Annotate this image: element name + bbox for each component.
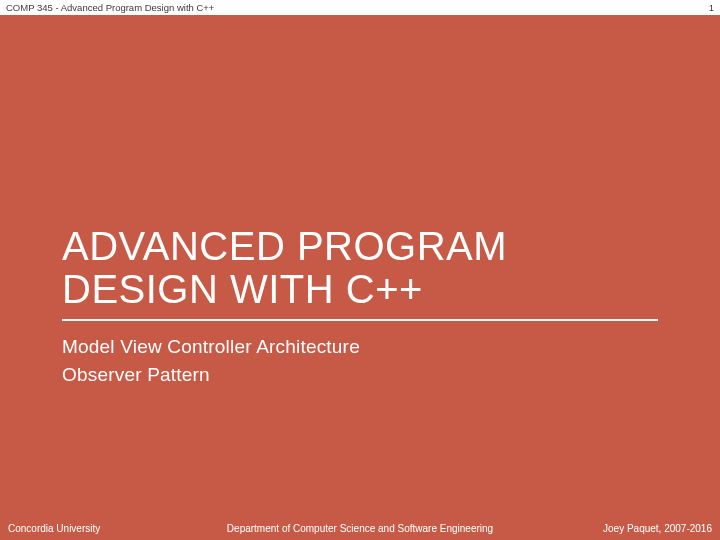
page-number: 1 xyxy=(709,2,714,13)
slide: COMP 345 - Advanced Program Design with … xyxy=(0,0,720,540)
content-block: ADVANCED PROGRAM DESIGN WITH C++ Model V… xyxy=(62,225,658,388)
title-divider xyxy=(62,319,658,321)
header-bar: COMP 345 - Advanced Program Design with … xyxy=(0,0,720,15)
footer-university: Concordia University xyxy=(8,523,100,534)
course-code: COMP 345 - Advanced Program Design with … xyxy=(6,2,214,13)
subtitle-line-1: Model View Controller Architecture xyxy=(62,333,658,361)
subtitle-line-2: Observer Pattern xyxy=(62,361,658,389)
slide-title: ADVANCED PROGRAM DESIGN WITH C++ xyxy=(62,225,658,317)
footer-author: Joey Paquet, 2007-2016 xyxy=(603,523,712,534)
footer: Concordia University Department of Compu… xyxy=(0,523,720,534)
